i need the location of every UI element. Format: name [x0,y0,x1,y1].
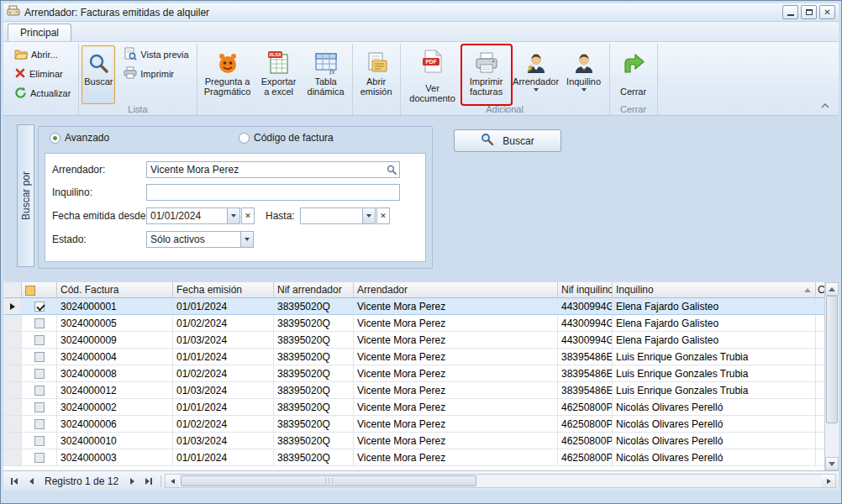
row-checkbox-cell[interactable] [22,315,57,332]
cell-inquilino: Luis Enrique Gonzales Trubia [613,365,816,382]
vertical-scroll-track[interactable] [825,296,839,457]
horizontal-scrollbar-thumb[interactable] [181,475,476,486]
row-checkbox-cell[interactable] [22,298,57,315]
fecha-desde-clear-button[interactable]: ✕ [241,207,255,224]
cell-inquilino: Nicolás Olivares Perelló [613,433,816,449]
table-row[interactable]: 3024000003 01/01/2024 38395020Q Vicente … [3,449,824,466]
horizontal-scrollbar[interactable] [165,474,836,488]
row-checkbox[interactable] [34,369,45,379]
estado-select[interactable]: Sólo activos [146,231,254,248]
fecha-desde-combo[interactable]: 01/01/2024 [146,207,240,224]
vertical-scrollbar[interactable] [824,282,839,470]
inquilino-input-wrap [146,184,400,201]
ver-documento-button[interactable]: PDF Ver documento [403,45,462,104]
arrendador-input[interactable] [146,161,400,178]
column-header-arrendador[interactable]: Arrendador [354,282,558,298]
tab-principal[interactable]: Principal [8,24,71,41]
column-header-cobrada[interactable]: Co [816,282,824,298]
table-row[interactable]: 3024000012 01/03/2024 38395020Q Vicente … [3,382,824,399]
row-checkbox-cell[interactable] [22,382,57,399]
imprimir-button[interactable]: Imprimir [118,65,193,83]
column-header-nif-arrendador[interactable]: Nif arrendador [274,282,354,298]
maximize-button[interactable] [801,5,817,19]
row-checkbox[interactable] [34,386,45,396]
hasta-clear-button[interactable]: ✕ [376,207,390,224]
dropdown-button[interactable] [362,208,375,223]
cell-fecha-emision: 01/02/2024 [173,315,274,332]
row-checkbox-cell[interactable] [22,433,57,449]
buscar-button[interactable]: Buscar [454,129,561,152]
record-counter: Registro 1 de 12 [45,475,118,487]
column-header-nif-inquilino[interactable]: Nif inquilino [558,282,613,298]
row-checkbox[interactable] [34,302,45,312]
lookup-magnifier-icon[interactable] [387,164,397,179]
column-header-cod-factura[interactable]: Cód. Factura [57,282,173,298]
table-row[interactable]: 3024000008 01/02/2024 38395020Q Vicente … [3,365,824,382]
row-indicator [3,315,22,332]
vertical-scrollbar-thumb[interactable] [826,296,838,423]
table-row[interactable]: 3024000006 01/02/2024 38395020Q Vicente … [3,416,824,433]
hasta-combo[interactable] [300,207,376,224]
table-row[interactable]: 3024000002 01/01/2024 38395020Q Vicente … [3,399,824,416]
table-row[interactable]: 3024000005 01/02/2024 38395020Q Vicente … [3,315,824,332]
dropdown-button[interactable] [240,232,253,247]
table-row[interactable]: 3024000010 01/03/2024 38395020Q Vicente … [3,433,824,449]
nav-prev-button[interactable] [23,474,39,488]
scroll-down-button[interactable] [825,457,839,470]
close-button[interactable]: ✕ [819,5,835,19]
vista-previa-button[interactable]: Vista previa [118,45,193,64]
arrendador-input-wrap [146,161,400,178]
pregunta-pragmatico-button[interactable]: Pregunta a Pragmático [200,45,255,104]
imprimir-facturas-button[interactable]: Imprimir facturas [462,45,511,104]
column-header-inquilino[interactable]: Inquilino [613,282,816,298]
table-row[interactable]: 3024000004 01/01/2024 38395020Q Vicente … [3,349,824,365]
nav-last-button[interactable] [140,474,157,488]
row-checkbox-cell[interactable] [22,332,57,349]
tabla-dinamica-button[interactable]: fx Tabla dinámica [303,45,350,104]
row-checkbox[interactable] [34,436,45,446]
nav-next-button[interactable] [124,474,140,488]
table-row[interactable]: 3024000009 01/03/2024 38395020Q Vicente … [3,332,824,349]
cell-fecha-emision: 01/01/2024 [173,449,274,466]
hscroll-left-button[interactable] [166,475,179,487]
buscar-por-tab[interactable]: Buscar por [17,124,34,267]
select-all-header[interactable] [22,282,57,298]
row-checkbox-cell[interactable] [22,399,57,416]
column-header-fecha-emision[interactable]: Fecha emisión [173,282,274,298]
nav-first-button[interactable] [6,474,23,488]
row-checkbox[interactable] [34,402,45,412]
inquilino-input[interactable] [146,184,400,201]
row-checkbox-cell[interactable] [22,449,57,466]
hscroll-right-button[interactable] [822,475,835,487]
abrir-button[interactable]: Abrir... [9,45,76,64]
arrow-down-icon [829,462,835,466]
row-indicator-header [3,282,22,298]
inquilino-menu-button[interactable]: Inquilino [561,45,607,104]
radio-avanzado[interactable]: Avanzado [50,132,109,144]
cerrar-button[interactable]: Cerrar [613,45,655,104]
scroll-up-button[interactable] [825,282,839,296]
statusbar: Registro 1 de 12 [3,470,839,491]
eliminar-button[interactable]: Eliminar [9,65,76,83]
row-checkbox[interactable] [34,453,45,463]
abrir-emision-button[interactable]: Abrir emisión [355,45,397,104]
table-row[interactable]: 3024000001 01/01/2024 38395020Q Vicente … [3,298,824,315]
row-checkbox[interactable] [34,318,45,328]
horizontal-scroll-track[interactable] [179,475,822,487]
arrendador-menu-button[interactable]: Arrendador [511,45,561,104]
dropdown-button[interactable] [227,208,239,223]
buscar-ribbon-button[interactable]: Buscar [82,45,115,104]
select-all-checkbox[interactable] [25,286,35,296]
minimize-button[interactable] [782,5,798,19]
row-checkbox-cell[interactable] [22,349,57,365]
row-checkbox[interactable] [34,335,45,345]
cell-nif-arrendador: 38395020Q [274,416,354,433]
row-checkbox[interactable] [34,419,45,429]
ribbon-collapse-button[interactable] [818,100,832,112]
row-checkbox-cell[interactable] [22,365,57,382]
radio-codigo-factura[interactable]: Código de factura [239,132,334,144]
actualizar-button[interactable]: Actualizar [9,84,76,102]
exportar-excel-button[interactable]: XLSX Exportar a excel [255,45,303,104]
row-checkbox-cell[interactable] [22,416,57,433]
row-checkbox[interactable] [34,352,45,362]
